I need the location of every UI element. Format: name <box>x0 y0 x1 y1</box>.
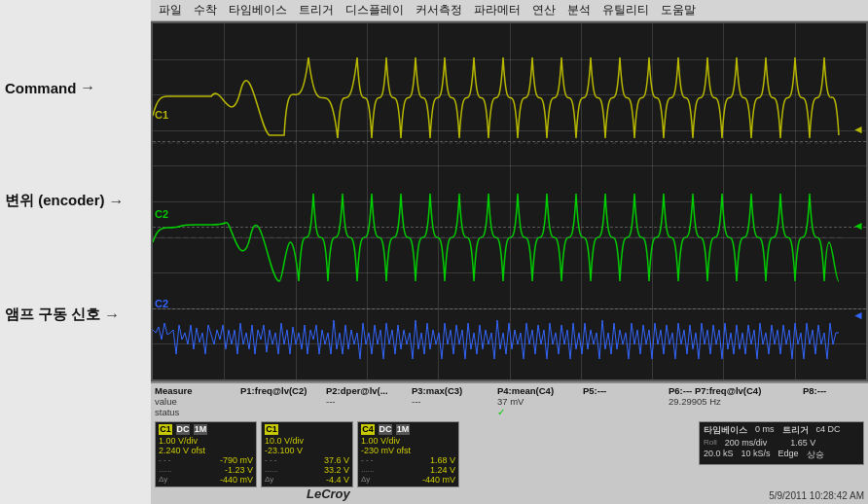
measure-label-col: Measure value status <box>155 385 233 417</box>
ch3-label: 앰프 구동 신호 <box>5 306 100 324</box>
ch2-label-row: 변위 (encoder) → <box>5 192 146 210</box>
samples-val: 20.0 kS <box>704 449 734 461</box>
p7-label: P8:--- <box>803 385 868 396</box>
ch1-panel: C1 DC 1M 1.00 V/div 2.240 V ofst - - - -… <box>155 421 257 487</box>
ch3-label-row: 앰프 구동 신호 → <box>5 306 146 324</box>
ch1-dval: -440 mV <box>220 475 253 485</box>
ch1b-delta-label: Δy <box>265 475 273 485</box>
roll-label: Roll <box>704 438 717 448</box>
channel-labels: Command → 변위 (encoder) → 앰프 구동 신호 → <box>0 21 151 381</box>
ch1-dotted2: ...... <box>159 465 171 475</box>
menu-help[interactable]: 도움말 <box>661 2 696 18</box>
p5-label: P5:--- <box>583 385 661 396</box>
ch4-dval: -440 mV <box>422 475 455 485</box>
timestamp: 5/9/2011 10:28:42 AM <box>769 490 864 501</box>
ch1-mv2: -1.23 V <box>225 465 253 475</box>
ch1-dotted1: - - - <box>159 455 170 465</box>
menu-analysis[interactable]: 분석 <box>567 2 591 18</box>
ch1b-badge: C1 <box>265 424 278 435</box>
ch1-vdiv: 1.00 V/div <box>159 436 198 446</box>
ch1-label-row: Command → <box>5 79 146 96</box>
ch1b-vdiv: 10.0 V/div <box>265 436 304 446</box>
menu-display[interactable]: 디스플레이 <box>345 2 404 18</box>
p2-label: P2:dper@lv(... <box>326 385 404 396</box>
ch1b-dval: -4.4 V <box>326 475 349 485</box>
rate-val: 10 kS/s <box>741 449 771 461</box>
measure-row: Measure value status P1:freq@lv(C2) P2:d… <box>151 383 868 419</box>
lecroy-logo: LeCroy <box>307 486 350 501</box>
menu-bar: 파일 수착 타임베이스 트리거 디스플레이 커서측정 파라메터 연산 분석 유틸… <box>151 0 868 21</box>
measure-p4: P4:mean(C4) 37 mV ✓ <box>497 385 575 417</box>
waveform-svg <box>153 23 866 379</box>
ch1-arrow: → <box>80 79 95 96</box>
menu-trigger[interactable]: 트리거 <box>299 2 334 18</box>
ch4-delta-label: Δy <box>361 475 370 485</box>
ch1-delta-label: Δy <box>159 475 167 485</box>
p4-check: ✓ <box>497 407 575 417</box>
menu-utility[interactable]: 유틸리티 <box>602 2 649 18</box>
ch1b-v3: 33.2 V <box>324 465 349 475</box>
ch4-mv1: 1.68 V <box>430 455 455 465</box>
ch1b-panel: C1 10.0 V/div -23.100 V - - - 37.6 V ...… <box>261 421 353 487</box>
oscilloscope-screen: ◄ ◄ ◄ C1 C2 C2 <box>151 21 868 381</box>
edge-direction: 상승 <box>807 449 824 461</box>
timebase-val: 0 ms <box>755 424 775 437</box>
p2-value: --- <box>326 396 404 407</box>
ch4-voffset: -230 mV ofst <box>361 446 411 455</box>
p6-label: P6:--- P7:freq@lv(C4) <box>669 385 795 396</box>
measure-p2: P2:dper@lv(... --- <box>326 385 404 407</box>
measure-p1: P1:freq@lv(C2) <box>240 385 318 396</box>
p3-label: P3:max(C3) <box>412 385 489 396</box>
menu-math[interactable]: 연산 <box>532 2 556 18</box>
ch1b-dotted2: ...... <box>265 465 277 475</box>
ch4-dotted1: - - - <box>361 455 373 465</box>
trigger-heading: 트리거 <box>782 424 809 437</box>
ch1-dc-badge: DC <box>176 424 190 435</box>
measure-heading: Measure <box>155 385 233 396</box>
time-panel: 타임베이스 0 ms 트리거 c4 DC Roll 200 ms/div 1.6… <box>699 421 864 465</box>
menu-collect[interactable]: 수착 <box>194 2 217 18</box>
ch4-mv2: 1.24 V <box>430 465 455 475</box>
ch4-vdiv: 1.00 V/div <box>361 436 400 446</box>
p1-label: P1:freq@lv(C2) <box>240 385 318 396</box>
ch4-badge: C4 <box>361 424 375 435</box>
ch2-arrow: → <box>109 193 125 210</box>
measure-p7: P8:--- <box>803 385 868 396</box>
menu-param[interactable]: 파라메터 <box>474 2 521 18</box>
ch4-panel: C4 DC 1M 1.00 V/div -230 mV ofst - - - 1… <box>357 421 459 487</box>
ch2-label: 변위 (encoder) <box>5 192 105 210</box>
ch1-badge: C1 <box>159 424 172 435</box>
ch1-voffset: 2.240 V ofst <box>159 446 205 455</box>
status-panels: C1 DC 1M 1.00 V/div 2.240 V ofst - - - -… <box>151 419 868 489</box>
trigger-channel: c4 DC <box>816 424 841 437</box>
ch4-dotted2: ...... <box>361 465 374 475</box>
ch1-label: Command <box>5 80 76 96</box>
ch4-dc-badge: DC <box>379 424 392 435</box>
measure-p5: P5:--- <box>583 385 661 396</box>
ch1b-v2: 37.6 V <box>324 455 349 465</box>
bottom-info-area: Measure value status P1:freq@lv(C2) P2:d… <box>151 381 868 504</box>
roll-val: 200 ms/div <box>725 438 768 448</box>
ch1b-dotted1: - - - <box>265 455 276 465</box>
p6-value: 29.29905 Hz <box>669 396 795 407</box>
p4-value: 37 mV <box>497 396 575 407</box>
edge-val: Edge <box>778 449 799 461</box>
p4-label: P4:mean(C4) <box>497 385 575 396</box>
measure-p6: P6:--- P7:freq@lv(C4) 29.29905 Hz <box>669 385 795 407</box>
timebase-heading: 타임베이스 <box>704 424 747 437</box>
ch4-1m-badge: 1M <box>396 424 410 435</box>
menu-timebase[interactable]: 타임베이스 <box>229 2 287 18</box>
ch1-mv1: -790 mV <box>220 455 253 465</box>
menu-file[interactable]: 파일 <box>159 2 182 18</box>
ch1b-v1: -23.100 V <box>265 446 303 455</box>
measure-status-label: status <box>155 407 233 417</box>
v-val: 1.65 V <box>790 438 815 448</box>
p3-value: --- <box>412 396 489 407</box>
menu-cursor[interactable]: 커서측정 <box>416 2 462 18</box>
ch3-arrow: → <box>104 306 120 324</box>
ch1-1m-badge: 1M <box>194 424 207 435</box>
measure-p3: P3:max(C3) --- <box>412 385 489 407</box>
measure-value-label: value <box>155 396 233 407</box>
